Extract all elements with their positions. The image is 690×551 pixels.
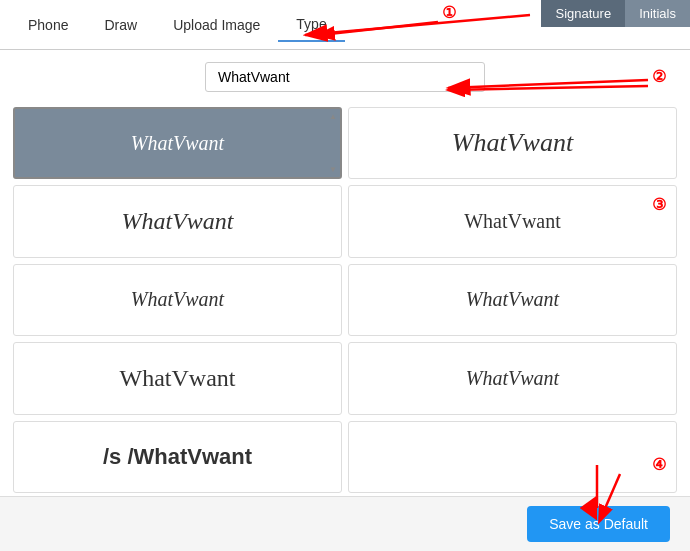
sig-cell-1[interactable]: WhatVwant ▲ ▼ [13, 107, 342, 179]
sig-cell-3[interactable]: WhatVwant [13, 185, 342, 257]
sig-text-3: WhatVwant [122, 208, 234, 235]
top-right-buttons: Signature Initials [541, 0, 690, 27]
scroll-down-arrow: ▼ [329, 165, 337, 174]
tab-upload[interactable]: Upload Image [155, 9, 278, 41]
sig-cell-5[interactable]: WhatVwant [13, 264, 342, 336]
main-container: Signature Initials Phone Draw Upload Ima… [0, 0, 690, 551]
tab-draw[interactable]: Draw [86, 9, 155, 41]
sig-text-2: WhatVwant [452, 128, 573, 158]
sig-cell-8[interactable]: WhatVwant [348, 342, 677, 414]
tab-phone[interactable]: Phone [10, 9, 86, 41]
sig-text-1: WhatVwant [131, 132, 224, 155]
tab-type[interactable]: Type [278, 8, 344, 42]
signature-text-input[interactable] [205, 62, 485, 92]
save-as-default-button[interactable]: Save as Default [527, 506, 670, 542]
sig-text-8: WhatVwant [466, 367, 559, 390]
sig-text-6: WhatVwant [466, 288, 559, 311]
sig-cell-9[interactable]: /s /WhatVwant [13, 421, 342, 493]
bottom-bar: Save as Default [0, 496, 690, 551]
sig-cell-7[interactable]: WhatVwant [13, 342, 342, 414]
text-input-row [0, 50, 690, 104]
sig-cell-10[interactable] [348, 421, 677, 493]
sig-text-9: /s /WhatVwant [103, 444, 252, 470]
scroll-up-arrow: ▲ [329, 112, 337, 121]
initials-button[interactable]: Initials [625, 0, 690, 27]
sig-cell-4[interactable]: WhatVwant [348, 185, 677, 257]
scrollbar-1: ▲ ▼ [328, 109, 338, 177]
sig-text-4: WhatVwant [464, 210, 561, 233]
sig-cell-6[interactable]: WhatVwant [348, 264, 677, 336]
signature-button[interactable]: Signature [541, 0, 625, 27]
signature-grid: WhatVwant ▲ ▼ WhatVwant WhatVwant WhatVw… [0, 104, 690, 496]
sig-text-7: WhatVwant [120, 365, 236, 392]
sig-text-5: WhatVwant [131, 288, 224, 311]
sig-cell-2[interactable]: WhatVwant [348, 107, 677, 179]
